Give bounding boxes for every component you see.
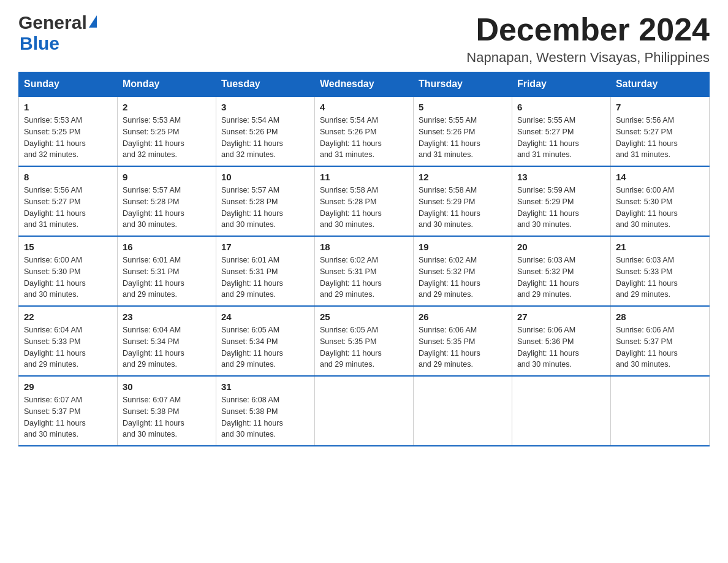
day-info: Sunrise: 6:06 AMSunset: 5:35 PMDaylight:… <box>419 326 480 369</box>
day-info: Sunrise: 6:01 AMSunset: 5:31 PMDaylight:… <box>123 256 184 299</box>
day-number: 22 <box>24 312 112 322</box>
day-number: 27 <box>517 312 605 322</box>
day-number: 7 <box>616 102 704 112</box>
calendar-day-cell: 18 Sunrise: 6:02 AMSunset: 5:31 PMDaylig… <box>314 236 413 306</box>
calendar-day-cell: 6 Sunrise: 5:55 AMSunset: 5:27 PMDayligh… <box>512 96 610 166</box>
day-info: Sunrise: 6:08 AMSunset: 5:38 PMDaylight:… <box>221 396 283 439</box>
day-info: Sunrise: 6:02 AMSunset: 5:32 PMDaylight:… <box>419 256 480 299</box>
calendar-day-cell: 30 Sunrise: 6:07 AMSunset: 5:38 PMDaylig… <box>117 376 216 446</box>
calendar-table: Sunday Monday Tuesday Wednesday Thursday… <box>18 72 710 446</box>
calendar-day-cell: 21 Sunrise: 6:03 AMSunset: 5:33 PMDaylig… <box>610 236 709 306</box>
calendar-week-row: 8 Sunrise: 5:56 AMSunset: 5:27 PMDayligh… <box>19 166 710 236</box>
day-info: Sunrise: 5:58 AMSunset: 5:28 PMDaylight:… <box>320 186 382 229</box>
day-number: 8 <box>24 172 112 182</box>
calendar-day-cell: 12 Sunrise: 5:58 AMSunset: 5:29 PMDaylig… <box>413 166 512 236</box>
day-number: 24 <box>221 312 309 322</box>
day-info: Sunrise: 5:56 AMSunset: 5:27 PMDaylight:… <box>24 186 86 229</box>
day-info: Sunrise: 5:56 AMSunset: 5:27 PMDaylight:… <box>616 116 678 159</box>
calendar-day-cell: 28 Sunrise: 6:06 AMSunset: 5:37 PMDaylig… <box>610 306 709 376</box>
calendar-day-cell: 11 Sunrise: 5:58 AMSunset: 5:28 PMDaylig… <box>314 166 413 236</box>
calendar-day-cell: 3 Sunrise: 5:54 AMSunset: 5:26 PMDayligh… <box>216 96 314 166</box>
day-number: 14 <box>616 172 704 182</box>
day-info: Sunrise: 5:54 AMSunset: 5:26 PMDaylight:… <box>320 116 382 159</box>
day-number: 30 <box>123 381 211 392</box>
day-number: 20 <box>517 242 605 252</box>
day-number: 19 <box>419 242 507 252</box>
day-number: 31 <box>221 381 309 392</box>
day-info: Sunrise: 6:01 AMSunset: 5:31 PMDaylight:… <box>221 256 283 299</box>
day-info: Sunrise: 5:54 AMSunset: 5:26 PMDaylight:… <box>221 116 283 159</box>
calendar-day-cell <box>413 376 512 446</box>
day-info: Sunrise: 5:55 AMSunset: 5:27 PMDaylight:… <box>517 116 579 159</box>
day-number: 29 <box>24 381 112 392</box>
day-info: Sunrise: 5:58 AMSunset: 5:29 PMDaylight:… <box>419 186 480 229</box>
weekday-monday: Monday <box>117 72 216 97</box>
day-number: 3 <box>221 102 309 112</box>
calendar-day-cell: 26 Sunrise: 6:06 AMSunset: 5:35 PMDaylig… <box>413 306 512 376</box>
day-info: Sunrise: 6:03 AMSunset: 5:32 PMDaylight:… <box>517 256 579 299</box>
calendar-day-cell <box>512 376 610 446</box>
calendar-day-cell: 10 Sunrise: 5:57 AMSunset: 5:28 PMDaylig… <box>216 166 314 236</box>
day-number: 26 <box>419 312 507 322</box>
weekday-thursday: Thursday <box>413 72 512 97</box>
day-number: 1 <box>24 102 112 112</box>
day-number: 2 <box>123 102 211 112</box>
calendar-day-cell: 7 Sunrise: 5:56 AMSunset: 5:27 PMDayligh… <box>610 96 709 166</box>
weekday-tuesday: Tuesday <box>216 72 314 97</box>
day-info: Sunrise: 5:59 AMSunset: 5:29 PMDaylight:… <box>517 186 579 229</box>
day-info: Sunrise: 6:06 AMSunset: 5:37 PMDaylight:… <box>616 326 678 369</box>
calendar-day-cell: 2 Sunrise: 5:53 AMSunset: 5:25 PMDayligh… <box>117 96 216 166</box>
day-number: 12 <box>419 172 507 182</box>
calendar-day-cell: 19 Sunrise: 6:02 AMSunset: 5:32 PMDaylig… <box>413 236 512 306</box>
day-info: Sunrise: 6:04 AMSunset: 5:34 PMDaylight:… <box>123 326 184 369</box>
calendar-day-cell: 16 Sunrise: 6:01 AMSunset: 5:31 PMDaylig… <box>117 236 216 306</box>
calendar-header: Sunday Monday Tuesday Wednesday Thursday… <box>19 72 710 97</box>
day-info: Sunrise: 6:00 AMSunset: 5:30 PMDaylight:… <box>616 186 678 229</box>
day-number: 16 <box>123 242 211 252</box>
day-number: 15 <box>24 242 112 252</box>
day-info: Sunrise: 6:00 AMSunset: 5:30 PMDaylight:… <box>24 256 86 299</box>
day-info: Sunrise: 6:05 AMSunset: 5:35 PMDaylight:… <box>320 326 382 369</box>
calendar-day-cell: 27 Sunrise: 6:06 AMSunset: 5:36 PMDaylig… <box>512 306 610 376</box>
calendar-week-row: 1 Sunrise: 5:53 AMSunset: 5:25 PMDayligh… <box>19 96 710 166</box>
logo-triangle-icon <box>89 15 97 28</box>
day-info: Sunrise: 6:04 AMSunset: 5:33 PMDaylight:… <box>24 326 86 369</box>
title-block: December 2024 Napnapan, Western Visayas,… <box>466 12 710 66</box>
day-number: 21 <box>616 242 704 252</box>
day-info: Sunrise: 6:05 AMSunset: 5:34 PMDaylight:… <box>221 326 283 369</box>
weekday-saturday: Saturday <box>610 72 709 97</box>
weekday-sunday: Sunday <box>19 72 118 97</box>
calendar-day-cell: 31 Sunrise: 6:08 AMSunset: 5:38 PMDaylig… <box>216 376 314 446</box>
day-number: 5 <box>419 102 507 112</box>
weekday-friday: Friday <box>512 72 610 97</box>
day-info: Sunrise: 5:57 AMSunset: 5:28 PMDaylight:… <box>123 186 184 229</box>
calendar-week-row: 29 Sunrise: 6:07 AMSunset: 5:37 PMDaylig… <box>19 376 710 446</box>
day-number: 11 <box>320 172 408 182</box>
calendar-day-cell: 23 Sunrise: 6:04 AMSunset: 5:34 PMDaylig… <box>117 306 216 376</box>
day-info: Sunrise: 6:07 AMSunset: 5:37 PMDaylight:… <box>24 396 86 439</box>
calendar-day-cell <box>610 376 709 446</box>
day-info: Sunrise: 5:53 AMSunset: 5:25 PMDaylight:… <box>123 116 184 159</box>
day-number: 25 <box>320 312 408 322</box>
day-info: Sunrise: 5:57 AMSunset: 5:28 PMDaylight:… <box>221 186 283 229</box>
calendar-day-cell: 1 Sunrise: 5:53 AMSunset: 5:25 PMDayligh… <box>19 96 118 166</box>
day-number: 6 <box>517 102 605 112</box>
day-info: Sunrise: 5:53 AMSunset: 5:25 PMDaylight:… <box>24 116 86 159</box>
month-year-title: December 2024 <box>466 12 710 47</box>
calendar-day-cell: 24 Sunrise: 6:05 AMSunset: 5:34 PMDaylig… <box>216 306 314 376</box>
logo-blue: Blue <box>20 33 59 53</box>
day-number: 18 <box>320 242 408 252</box>
calendar-week-row: 15 Sunrise: 6:00 AMSunset: 5:30 PMDaylig… <box>19 236 710 306</box>
calendar-day-cell: 8 Sunrise: 5:56 AMSunset: 5:27 PMDayligh… <box>19 166 118 236</box>
day-info: Sunrise: 6:07 AMSunset: 5:38 PMDaylight:… <box>123 396 184 439</box>
calendar-day-cell: 4 Sunrise: 5:54 AMSunset: 5:26 PMDayligh… <box>314 96 413 166</box>
calendar-body: 1 Sunrise: 5:53 AMSunset: 5:25 PMDayligh… <box>19 96 710 446</box>
day-number: 23 <box>123 312 211 322</box>
calendar-week-row: 22 Sunrise: 6:04 AMSunset: 5:33 PMDaylig… <box>19 306 710 376</box>
day-info: Sunrise: 6:02 AMSunset: 5:31 PMDaylight:… <box>320 256 382 299</box>
calendar-day-cell: 20 Sunrise: 6:03 AMSunset: 5:32 PMDaylig… <box>512 236 610 306</box>
logo-general: General <box>18 12 87 33</box>
day-info: Sunrise: 6:06 AMSunset: 5:36 PMDaylight:… <box>517 326 579 369</box>
day-number: 28 <box>616 312 704 322</box>
calendar-day-cell: 13 Sunrise: 5:59 AMSunset: 5:29 PMDaylig… <box>512 166 610 236</box>
